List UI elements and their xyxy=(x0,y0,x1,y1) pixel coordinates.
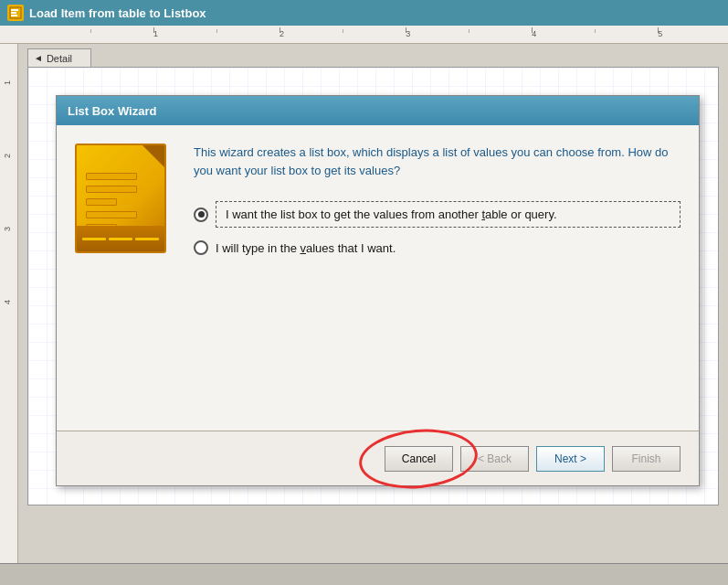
detail-header: ◄ Detail xyxy=(27,48,91,67)
finish-button[interactable]: Finish xyxy=(612,446,681,472)
v-ruler-mark-1: 1 xyxy=(3,80,12,85)
wizard-icon-image xyxy=(75,144,166,253)
wizard-description: This wizard creates a list box, which di… xyxy=(194,144,681,179)
svg-rect-3 xyxy=(11,15,17,16)
wizard-option-2[interactable]: I will type in the values that I want. xyxy=(194,240,681,255)
app-icon xyxy=(7,5,24,21)
radio-inner-1 xyxy=(198,211,205,218)
wizard-bottom-bar: Cancel < Back Next > Finish xyxy=(57,431,699,485)
v-ruler: 1 2 3 4 xyxy=(0,44,18,563)
svg-rect-2 xyxy=(11,12,16,14)
v-ruler-mark-2: 2 xyxy=(3,154,12,158)
title-bar: Load Item from table to Listbox xyxy=(0,0,728,26)
next-button[interactable]: Next > xyxy=(536,446,605,472)
detail-label: Detail xyxy=(47,53,72,64)
cancel-button[interactable]: Cancel xyxy=(385,446,453,472)
cancel-wrapper: Cancel xyxy=(385,446,453,472)
detail-marker: ◄ xyxy=(34,53,43,63)
option-1-label: I want the list box to get the values fr… xyxy=(226,207,557,221)
wizard-title: List Box Wizard xyxy=(68,104,156,118)
svg-rect-1 xyxy=(11,9,18,11)
h-ruler: 1 2 3 4 5 xyxy=(0,26,728,44)
v-ruler-mark-4: 4 xyxy=(3,300,12,304)
wizard-icon-area xyxy=(75,144,175,412)
option-2-label: I will type in the values that I want. xyxy=(216,241,396,255)
radio-option-1[interactable] xyxy=(194,207,208,222)
v-ruler-mark-3: 3 xyxy=(3,227,12,231)
icon-line-1 xyxy=(86,173,137,180)
window-title: Load Item from table to Listbox xyxy=(29,6,206,20)
detail-body: List Box Wizard xyxy=(27,67,719,505)
option-1-box: I want the list box to get the values fr… xyxy=(216,201,681,228)
icon-line-4 xyxy=(86,211,137,218)
radio-option-2[interactable] xyxy=(194,240,208,255)
main-area: 1 2 3 4 ◄ Detail List Box Wizard xyxy=(0,44,728,563)
icon-line-2 xyxy=(86,186,137,193)
icon-bottom-line-1 xyxy=(82,238,106,240)
wizard-dialog: List Box Wizard xyxy=(56,95,700,486)
canvas-area: ◄ Detail List Box Wizard xyxy=(18,44,728,563)
wizard-body: This wizard creates a list box, which di… xyxy=(57,125,699,431)
wizard-icon-lines xyxy=(86,173,137,231)
icon-line-3 xyxy=(86,198,117,206)
wizard-title-bar: List Box Wizard xyxy=(57,96,699,125)
wizard-option-1[interactable]: I want the list box to get the values fr… xyxy=(194,201,681,228)
wizard-icon-corner xyxy=(142,145,164,167)
detail-section: ◄ Detail List Box Wizard xyxy=(27,48,719,563)
taskbar xyxy=(0,563,728,585)
icon-bottom-line-3 xyxy=(135,238,159,240)
icon-bottom-line-2 xyxy=(109,238,132,240)
wizard-icon-bottom-strip xyxy=(77,226,164,251)
wizard-options: I want the list box to get the values fr… xyxy=(194,201,681,255)
wizard-content: This wizard creates a list box, which di… xyxy=(194,144,681,412)
back-button[interactable]: < Back xyxy=(460,446,529,472)
